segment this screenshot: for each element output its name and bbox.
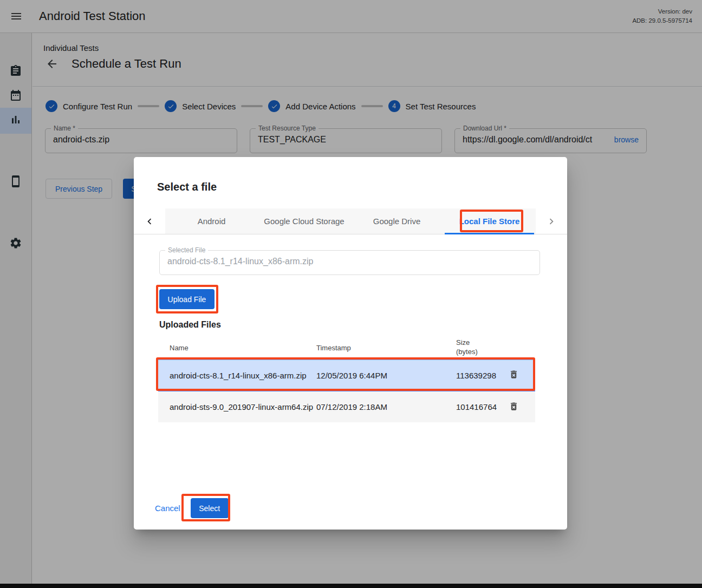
app-window: Android Test Station Version: dev ADB: 2… (0, 0, 702, 588)
select-file-dialog: Select a file Android Google Cloud Stora… (134, 157, 567, 530)
upload-file-button[interactable]: Upload File (159, 289, 214, 309)
table-header-row: Name Timestamp Size (bytes) (158, 336, 535, 360)
table-row[interactable]: android-sts-9.0_201907-linux-arm64.zip 0… (158, 391, 535, 422)
delete-forever-icon (509, 401, 519, 413)
dialog-title: Select a file (157, 181, 217, 193)
tab-google-cloud-storage[interactable]: Google Cloud Storage (258, 208, 350, 234)
file-name: android-sts-9.0_201907-linux-arm64.zip (158, 402, 316, 411)
tab-android[interactable]: Android (165, 208, 258, 234)
dialog-actions: Cancel Select (155, 498, 229, 518)
cancel-button[interactable]: Cancel (155, 504, 180, 513)
window-bottom-edge (0, 584, 702, 588)
file-timestamp: 12/05/2019 6:44PM (316, 371, 456, 380)
uploaded-files-table: Name Timestamp Size (bytes) android-cts-… (158, 336, 535, 422)
delete-file-button[interactable] (504, 397, 523, 417)
column-header-name: Name (158, 344, 316, 352)
selected-file-field[interactable]: Selected File android-cts-8.1_r14-linux_… (159, 250, 540, 275)
tab-local-file-store[interactable]: Local File Store (443, 208, 536, 234)
column-header-timestamp: Timestamp (316, 344, 456, 352)
chevron-right-icon[interactable] (536, 208, 567, 234)
select-button[interactable]: Select (191, 498, 229, 518)
tab-list: Android Google Cloud Storage Google Driv… (165, 208, 536, 234)
delete-forever-icon (509, 369, 519, 381)
selected-file-value: android-cts-8.1_r14-linux_x86-arm.zip (167, 257, 532, 266)
uploaded-files-heading: Uploaded Files (159, 320, 221, 330)
column-header-size: Size (bytes) (456, 338, 498, 357)
delete-file-button[interactable] (504, 365, 523, 385)
chevron-left-icon[interactable] (134, 208, 165, 234)
file-timestamp: 07/12/2019 2:18AM (316, 402, 456, 411)
file-source-tabs: Android Google Cloud Storage Google Driv… (134, 208, 567, 234)
file-size: 113639298 (456, 371, 498, 380)
selected-file-label: Selected File (165, 246, 208, 254)
table-row[interactable]: android-cts-8.1_r14-linux_x86-arm.zip 12… (158, 360, 535, 391)
file-size: 101416764 (456, 402, 498, 411)
tab-google-drive[interactable]: Google Drive (350, 208, 443, 234)
file-name: android-cts-8.1_r14-linux_x86-arm.zip (158, 371, 316, 380)
